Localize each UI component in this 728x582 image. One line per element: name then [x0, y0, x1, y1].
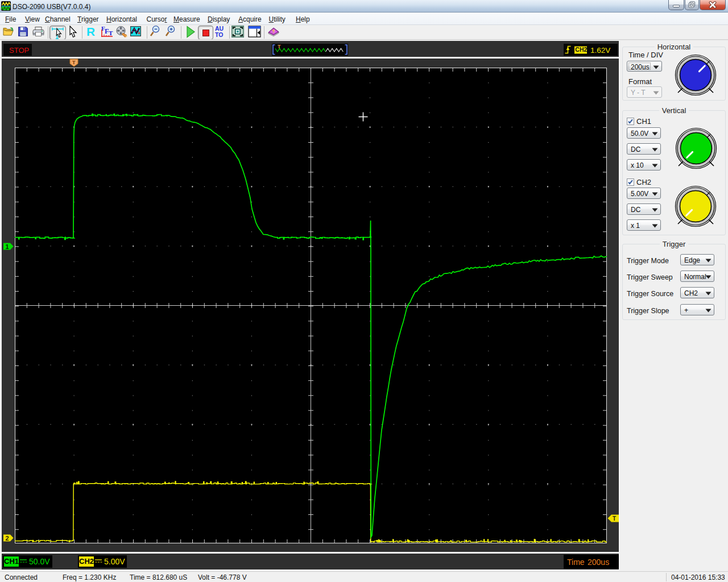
svg-text:1.62V: 1.62V — [590, 46, 610, 55]
svg-text:CH2: CH2 — [575, 46, 587, 53]
svg-text:T: T — [613, 516, 616, 522]
svg-text:T: T — [278, 44, 281, 49]
svg-text:2: 2 — [6, 535, 9, 542]
svg-text:T: T — [109, 30, 113, 36]
svg-text:1: 1 — [6, 243, 9, 250]
svg-text:T: T — [72, 60, 76, 65]
